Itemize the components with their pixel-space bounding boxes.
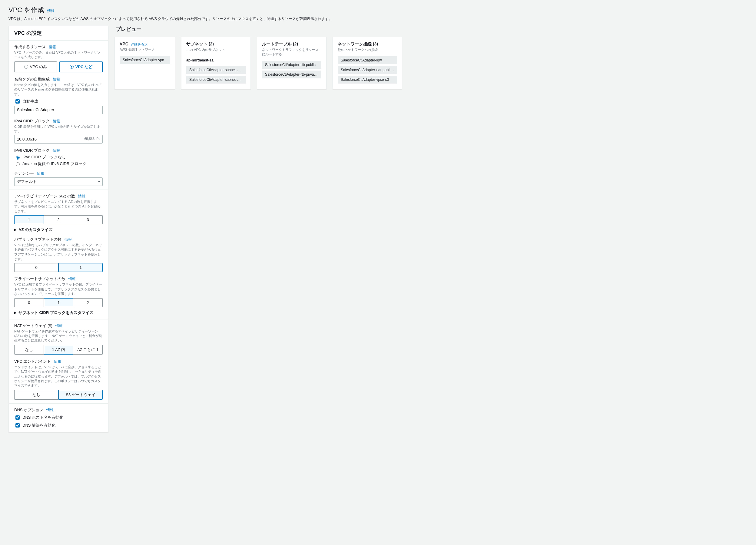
field-private-subnet-count: プライベートサブネットの数 情報 VPC に追加するプライベートサブネットの数。… [14,276,103,315]
node-vpce-s3[interactable]: SalesforceCtiAdapter-vpce-s3 [338,76,397,84]
vpc-settings-panel: VPC の設定 作成するリソース 情報 VPC リソースのみ、または VPC と… [8,26,108,432]
info-az-count[interactable]: 情報 [78,194,85,198]
seg-priv-1[interactable]: 1 [44,298,74,307]
label-nat: NAT ゲートウェイ ($) [14,323,52,328]
label-vpce: VPC エンドポイント [14,359,51,364]
info-public-subnet[interactable]: 情報 [65,238,72,242]
radio-ipv6-amazon[interactable] [16,162,20,166]
info-vpce[interactable]: 情報 [54,359,61,364]
seg-vpce-none[interactable]: なし [14,390,58,400]
field-ipv4-cidr: IPv4 CIDR ブロック 情報 CIDR 表記を使用して VPC の開始 I… [14,118,103,144]
radio-ipv6-none[interactable] [16,156,20,160]
checkbox-dns-resolution-label: DNS 解決を有効化 [22,423,55,428]
preview-card-vpc: VPC 詳細を表示 AWS 仮想ネットワーク SalesforceCtiAdap… [114,37,175,89]
input-name-tag[interactable] [14,106,103,114]
node-rtb-public[interactable]: SalesforceCtiAdapter-rtb-public [262,61,321,69]
node-rtb-private[interactable]: SalesforceCtiAdapter-rtb-private1-ap- [262,71,321,78]
info-create-resource[interactable]: 情報 [49,45,56,49]
hint-create-resource: VPC リソースのみ、または VPC と他のネットワークリソースを作成します。 [14,50,103,60]
checkbox-auto-generate[interactable] [15,99,20,104]
seg-pub-0[interactable]: 0 [14,263,58,272]
label-name-tag: 名前タグの自動生成 [14,77,50,82]
radio-indicator-icon [70,65,74,69]
label-ipv4-cidr: IPv4 CIDR ブロック [14,118,50,124]
checkbox-dns-resolution[interactable] [15,423,20,427]
hint-az-count: サブネットをプロビジョニングする AZ の数を選択します。可用性を高めるには、少… [14,200,103,214]
card-title-connections: ネットワーク接続 (3) [338,42,378,47]
card-action-vpc-details[interactable]: 詳細を表示 [131,42,148,47]
seg-nat-none[interactable]: なし [14,345,44,354]
opt-vpc-and-more[interactable]: VPC など [59,62,103,72]
card-sub-rtb: ネットワークトラフィックをリソースにルートする [262,48,321,57]
input-ipv4-cidr[interactable] [14,135,103,144]
node-az-label: ap-northeast-1a [186,56,246,64]
label-az-count: アベイラビリティゾーン (AZ) の数 [14,194,75,199]
info-name-tag[interactable]: 情報 [53,77,60,81]
seg-nat-peraz[interactable]: AZ ごとに 1 [73,345,103,354]
seg-vpce-s3[interactable]: S3 ゲートウェイ [58,390,103,400]
page-description: VPC は、Amazon EC2 インスタンスなどの AWS のオブジェクトによ… [8,16,748,22]
field-ipv6-cidr: IPv6 CIDR ブロック 情報 IPv6 CIDR ブロックなし Amazo… [14,148,103,167]
field-az-count: アベイラビリティゾーン (AZ) の数 情報 サブネットをプロビジョニングする … [14,194,103,233]
title-info-link[interactable]: 情報 [47,9,55,13]
hint-name-tag: Name タグの値を入力します。この値は、VPC 内のすべてのリソースの Nam… [14,83,103,97]
caret-right-icon: ▶ [14,311,17,314]
info-tenancy[interactable]: 情報 [37,171,44,176]
card-title-subnets: サブネット (2) [186,42,214,47]
hint-ipv4-cidr: CIDR 表記を使用して VPC の開始 IP とサイズを決定します。 [14,125,103,134]
node-igw[interactable]: SalesforceCtiAdapter-igw [338,56,397,64]
opt-vpc-only[interactable]: VPC のみ [14,62,57,72]
field-create-resource: 作成するリソース 情報 VPC リソースのみ、または VPC と他のネットワーク… [14,44,103,72]
checkbox-auto-generate-label: 自動生成 [22,99,38,104]
field-public-subnet-count: パブリックサブネットの数 情報 VPC に追加するパブリックサブネットの数。イン… [14,237,103,272]
card-sub-vpc: AWS 仮想ネットワーク [120,47,170,52]
field-name-tag: 名前タグの自動生成 情報 Name タグの値を入力します。この値は、VPC 内の… [14,77,103,114]
seg-priv-2[interactable]: 2 [73,298,103,307]
node-subnet-private[interactable]: SalesforceCtiAdapter-subnet-private1- [186,76,246,84]
hint-vpce: エンドポイントは、VPC から S3 に直接アクセスすることで、NAT ゲートウ… [14,365,103,388]
node-subnet-public[interactable]: SalesforceCtiAdapter-subnet-public1- [186,66,246,74]
field-tenancy: テナンシー 情報 デフォルト [14,171,103,186]
label-private-subnet: プライベートサブネットの数 [14,276,65,281]
radio-indicator-icon [24,65,28,69]
hint-private-subnet: VPC に追加するプライベートサブネットの数。プライベートサブネットを使用して、… [14,282,103,296]
field-vpc-endpoint: VPC エンドポイント 情報 エンドポイントは、VPC から S3 に直接アクセ… [14,359,103,400]
card-sub-connections: 他のネットワークへの接続 [338,48,397,52]
info-ipv6-cidr[interactable]: 情報 [53,148,60,153]
seg-az-2[interactable]: 2 [44,215,73,224]
label-tenancy: テナンシー [14,171,34,176]
label-public-subnet: パブリックサブネットの数 [14,237,61,242]
settings-title: VPC の設定 [9,26,108,41]
expander-az-customize[interactable]: ▶ AZ のカスタマイズ [14,227,103,233]
seg-az-3[interactable]: 3 [73,215,103,224]
radio-ipv6-amazon-label: Amazon 提供の IPv6 CIDR ブロック [22,161,86,167]
preview-title: プレビュー [114,26,748,33]
expander-subnet-cidr[interactable]: ▶ サブネット CIDR ブロックをカスタマイズ [14,310,103,315]
field-nat-gateway: NAT ゲートウェイ ($) 情報 NAT ゲートウェイを作成するアベイラビリテ… [14,323,103,354]
node-vpc[interactable]: SalesforceCtiAdapter-vpc [120,56,170,64]
label-dns: DNS オプション [14,407,43,413]
info-nat[interactable]: 情報 [55,324,63,328]
field-dns-options: DNS オプション 情報 DNS ホスト名を有効化 DNS 解決を有効化 [14,407,103,428]
info-dns[interactable]: 情報 [46,408,54,412]
card-title-vpc: VPC [120,42,128,46]
seg-priv-0[interactable]: 0 [14,298,44,307]
hint-public-subnet: VPC に追加するパブリックサブネットの数。インターネット経由でパブリックにアク… [14,243,103,262]
info-ipv4-cidr[interactable]: 情報 [53,119,60,123]
info-private-subnet[interactable]: 情報 [68,277,76,281]
preview-card-connections: ネットワーク接続 (3) 他のネットワークへの接続 SalesforceCtiA… [333,37,402,89]
checkbox-dns-hostnames[interactable] [15,415,20,420]
seg-pub-1[interactable]: 1 [58,263,103,272]
node-nat[interactable]: SalesforceCtiAdapter-nat-public1-ap- [338,66,397,74]
label-create-resource: 作成するリソース [14,44,46,50]
select-tenancy[interactable]: デフォルト [14,178,103,186]
preview-card-subnets: サブネット (2) この VPC 内のサブネット ap-northeast-1a… [181,37,251,89]
checkbox-dns-hostnames-label: DNS ホスト名を有効化 [22,415,63,420]
label-ipv6-cidr: IPv6 CIDR ブロック [14,148,50,153]
seg-nat-1az[interactable]: 1 AZ 内 [44,345,74,354]
page-title: VPC を作成 [8,5,44,15]
caret-right-icon: ▶ [14,228,17,231]
card-title-rtb: ルートテーブル (2) [262,42,298,47]
hint-nat: NAT ゲートウェイを作成するアベイラビリティーゾーン (AZ) の数を選択しま… [14,329,103,343]
seg-az-1[interactable]: 1 [14,215,44,224]
